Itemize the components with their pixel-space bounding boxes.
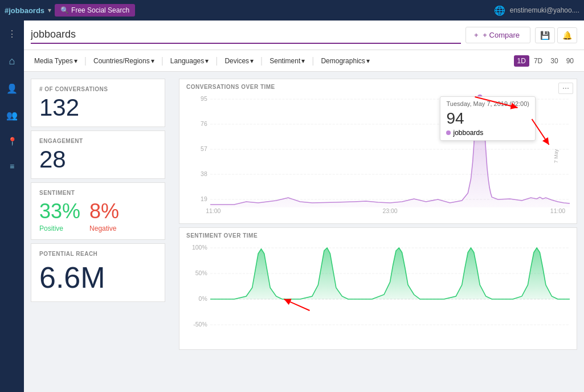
brand-logo[interactable]: #jobbaords <box>5 6 44 15</box>
engagement-value: 28 <box>39 148 157 172</box>
free-social-search-button[interactable]: 🔍 Free Social Search <box>55 4 135 17</box>
svg-point-14 <box>477 94 483 100</box>
conversations-value: 132 <box>39 96 157 120</box>
filter-demographics-chevron: ▾ <box>366 57 370 65</box>
svg-text:11:00: 11:00 <box>550 208 566 214</box>
svg-text:11:00: 11:00 <box>206 208 221 214</box>
save-button[interactable]: 💾 <box>535 27 555 43</box>
filter-countries-chevron: ▾ <box>151 57 154 65</box>
svg-text:0%: 0% <box>199 296 207 302</box>
search-icon: 🔍 <box>60 6 69 14</box>
bell-button[interactable]: 🔔 <box>557 27 577 43</box>
filter-sentiment-chevron: ▾ <box>301 57 305 65</box>
conversations-chart-title: CONVERSATIONS OVER TIME <box>186 84 570 90</box>
svg-text:38: 38 <box>201 171 207 177</box>
content-area: jobboards + + Compare 💾 🔔 Media Types ▾ … <box>24 21 584 392</box>
svg-text:-50%: -50% <box>193 321 207 328</box>
filter-sentiment-label: Sentiment <box>269 57 300 65</box>
filter-bar: Media Types ▾ | Countries/Regions ▾ | La… <box>24 50 584 72</box>
engagement-label: ENGAGEMENT <box>39 138 157 144</box>
filter-sentiment[interactable]: Sentiment ▾ <box>266 55 308 67</box>
sidebar-icon-list[interactable]: ≡ <box>6 158 18 174</box>
filter-countries-label: Countries/Regions <box>93 57 150 65</box>
filter-demographics-label: Demographics <box>321 57 365 65</box>
potential-reach-label: POTENTIAL REACH <box>39 251 157 257</box>
compare-button[interactable]: + + Compare <box>465 27 530 43</box>
sidebar-icon-people[interactable]: 👥 <box>3 107 21 124</box>
top-nav-right: 🌐 enstinemuki@yahoo.... <box>494 5 579 16</box>
globe-icon: 🌐 <box>494 5 505 16</box>
dashboard: # OF CONVERSATIONS 132 ENGAGEMENT 28 SEN… <box>24 72 584 392</box>
filter-languages[interactable]: Languages ▾ <box>167 55 212 67</box>
svg-text:19: 19 <box>201 196 207 202</box>
filter-countries[interactable]: Countries/Regions ▾ <box>90 55 158 67</box>
filter-devices-label: Devices <box>224 57 249 65</box>
search-input[interactable]: jobboards <box>31 28 461 40</box>
svg-text:100%: 100% <box>192 244 207 251</box>
separator4: | <box>260 56 263 66</box>
filter-devices[interactable]: Devices ▾ <box>221 55 257 67</box>
svg-text:57: 57 <box>201 146 207 152</box>
svg-text:23:00: 23:00 <box>382 208 398 214</box>
conversations-chart-svg: 95 76 57 38 19 7 May 11:00 23:00 11:00 <box>186 93 570 219</box>
free-social-search-label: Free Social Search <box>71 6 129 14</box>
brand-chevron: ▾ <box>48 6 51 14</box>
action-icons: 💾 🔔 <box>535 27 577 43</box>
sidebar-icon-location[interactable]: 📍 <box>4 133 21 149</box>
svg-text:7 May: 7 May <box>553 149 559 163</box>
engagement-block: ENGAGEMENT 28 <box>31 130 165 179</box>
sentiment-chart-container: SENTIMENT OVER TIME 100% 50% 0% <box>179 227 577 350</box>
time-90[interactable]: 90 <box>563 55 577 67</box>
search-bar: jobboards + + Compare 💾 🔔 <box>24 21 584 50</box>
conversations-block: # OF CONVERSATIONS 132 <box>31 79 165 127</box>
filter-demographics[interactable]: Demographics ▾ <box>317 55 373 67</box>
time-30[interactable]: 30 <box>547 55 561 67</box>
separator3: | <box>215 56 218 66</box>
filter-languages-label: Languages <box>170 57 204 65</box>
filter-media-types-label: Media Types <box>34 57 73 65</box>
sentiment-chart-title: SENTIMENT OVER TIME <box>186 232 570 239</box>
separator1: | <box>84 56 87 66</box>
search-input-wrapper[interactable]: jobboards <box>31 26 461 44</box>
potential-reach-value: 6.6M <box>39 260 157 295</box>
sentiment-values: 33% Positive 8% Negative <box>39 199 157 232</box>
conversations-label: # OF CONVERSATIONS <box>39 86 157 92</box>
filter-languages-chevron: ▾ <box>205 57 209 65</box>
sentiment-label: SENTIMENT <box>39 190 157 196</box>
top-nav: #jobbaords ▾ 🔍 Free Social Search 🌐 enst… <box>0 0 584 21</box>
svg-text:76: 76 <box>201 121 207 127</box>
user-email: enstinemuki@yahoo.... <box>510 6 579 14</box>
conversations-chart-container: CONVERSATIONS OVER TIME ⋯ 95 76 <box>179 79 577 224</box>
main-layout: ⋮ ⌂ 👤 👥 📍 ≡ jobboards + + Compare 💾 🔔 Me… <box>0 21 584 392</box>
potential-reach-block: POTENTIAL REACH 6.6M <box>31 243 165 302</box>
time-1d[interactable]: 1D <box>514 55 529 67</box>
sentiment-positive-group: 33% Positive <box>39 199 80 232</box>
compare-plus: + <box>474 31 479 39</box>
time-7d[interactable]: 7D <box>530 55 546 67</box>
charts-panel: CONVERSATIONS OVER TIME ⋯ 95 76 <box>172 72 584 392</box>
sentiment-chart-area: 100% 50% 0% -50% <box>186 242 570 345</box>
sentiment-negative-group: 8% Negative <box>89 199 119 232</box>
chart-more-button[interactable]: ⋯ <box>558 83 573 94</box>
sidebar-icon-person[interactable]: 👤 <box>3 80 21 97</box>
negative-label: Negative <box>89 224 119 232</box>
filter-media-types[interactable]: Media Types ▾ <box>31 55 81 67</box>
time-period-buttons: 1D 7D 30 90 <box>514 55 577 67</box>
positive-percent: 33% <box>39 199 80 223</box>
filter-devices-chevron: ▾ <box>250 57 254 65</box>
brand-text: #jobbaords <box>5 6 44 15</box>
sidebar: ⋮ ⌂ 👤 👥 📍 ≡ <box>0 21 24 392</box>
svg-text:50%: 50% <box>195 270 207 276</box>
sentiment-block: SENTIMENT 33% Positive 8% Negative <box>31 182 165 240</box>
filter-media-types-chevron: ▾ <box>74 57 77 65</box>
sentiment-chart-svg: 100% 50% 0% -50% <box>186 242 570 345</box>
sidebar-icon-home[interactable]: ⌂ <box>6 52 19 71</box>
conversations-chart-area: 95 76 57 38 19 7 May 11:00 23:00 11:00 <box>186 93 570 219</box>
negative-percent: 8% <box>89 199 119 223</box>
compare-label: + Compare <box>483 31 520 39</box>
positive-label: Positive <box>39 224 80 232</box>
separator2: | <box>161 56 164 66</box>
sidebar-icon-menu[interactable]: ⋮ <box>4 25 20 43</box>
separator5: | <box>312 56 314 66</box>
svg-text:95: 95 <box>201 96 207 102</box>
